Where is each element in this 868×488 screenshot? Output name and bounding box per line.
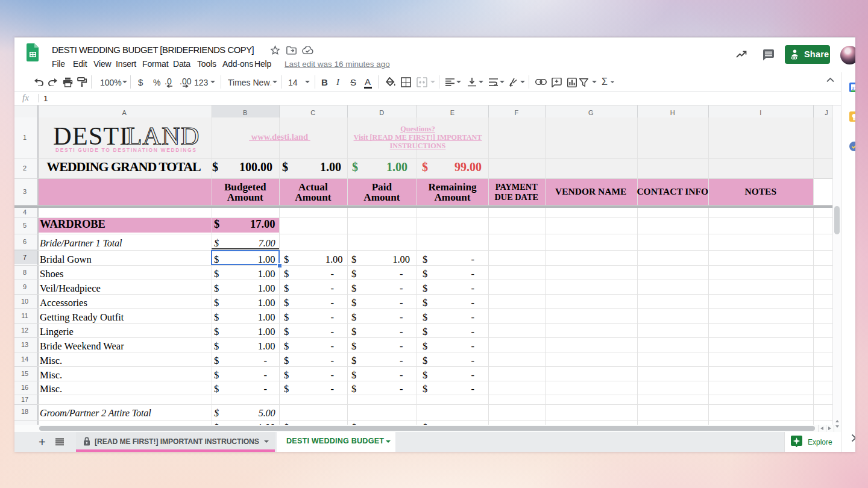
svg-text:31: 31	[852, 86, 855, 91]
